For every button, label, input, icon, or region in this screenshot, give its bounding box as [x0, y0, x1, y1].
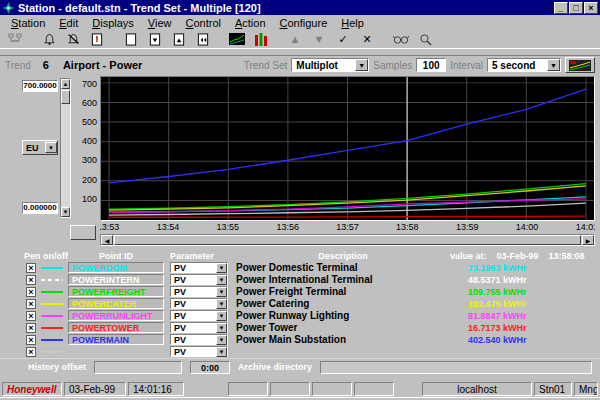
history-offset-value[interactable]: 0:00 — [190, 361, 230, 374]
chevron-down-icon: ▼ — [45, 142, 57, 153]
status-cell-empty — [228, 382, 268, 396]
alarm-bell-icon[interactable] — [38, 31, 60, 48]
menu-station[interactable]: Station — [4, 17, 52, 29]
status-cell-empty — [354, 382, 394, 396]
parameter-select[interactable]: PV▼ — [170, 322, 228, 333]
pen-checkbox[interactable]: × — [26, 347, 36, 357]
vertical-scroll-thumb[interactable] — [61, 90, 70, 104]
menu-view[interactable]: View — [141, 17, 179, 29]
trend-scope-button[interactable] — [565, 57, 595, 73]
legend-header: Pen on/off Point ID Parameter Descriptio… — [0, 249, 600, 262]
chevron-down-icon[interactable]: ▼ — [216, 347, 227, 357]
archive-directory-label: Archive directory — [238, 362, 312, 372]
close-button[interactable]: × — [584, 2, 598, 14]
horizontal-scroll-thumb[interactable] — [114, 235, 581, 245]
status-date: 03-Feb-99 — [64, 382, 126, 396]
chevron-down-icon[interactable]: ▼ — [355, 59, 368, 71]
x-tick-label: 13:58 — [396, 222, 419, 232]
history-offset-input[interactable] — [94, 361, 182, 374]
scroll-left-icon[interactable]: ◀ — [101, 235, 113, 245]
page-rewind-icon[interactable] — [192, 31, 214, 48]
chevron-down-icon[interactable]: ▼ — [216, 263, 227, 273]
accept-icon[interactable]: ✓ — [332, 31, 354, 48]
point-id-field[interactable]: POWERCATER — [68, 298, 164, 309]
page-up-icon[interactable] — [168, 31, 190, 48]
history-offset-label: History offset — [28, 362, 86, 372]
minimize-button[interactable]: _ — [554, 2, 568, 14]
legend-row: ×POWERFREIGHTPV▼Power Freight Terminal10… — [0, 286, 600, 297]
point-id-field[interactable]: POWERINTERN — [68, 274, 164, 285]
chevron-down-icon[interactable]: ▼ — [216, 335, 227, 345]
pen-line-sample — [41, 291, 63, 293]
alarm-disable-icon[interactable] — [62, 31, 84, 48]
status-host: localhost — [422, 382, 532, 396]
chevron-down-icon[interactable]: ▼ — [216, 299, 227, 309]
parameter-select[interactable]: PV▼ — [170, 262, 228, 273]
unit-select[interactable]: EU ▼ — [22, 140, 58, 155]
axis-max-input[interactable]: 700.0000 — [22, 80, 58, 92]
legend-row: ×POWERMAINPV▼Power Main Substation402.54… — [0, 334, 600, 345]
parameter-select[interactable]: PV▼ — [170, 310, 228, 321]
parameter-select[interactable]: PV▼ — [170, 298, 228, 309]
find-glasses-icon[interactable] — [390, 31, 412, 48]
archive-directory-input[interactable] — [320, 361, 592, 374]
trend-plot[interactable] — [100, 76, 595, 221]
horizontal-scrollbar[interactable]: ◀ ▶ — [100, 234, 595, 246]
cursor-date: 03-Feb-99 — [497, 251, 539, 261]
point-id-field[interactable]: POWERTOWER — [68, 322, 164, 333]
corner-button[interactable] — [70, 225, 96, 240]
vertical-scrollbar[interactable]: ▲ ▼ — [60, 78, 71, 218]
pen-value: 48.5371 kWHr — [450, 275, 600, 285]
overview-icon[interactable] — [4, 31, 26, 48]
parameter-select[interactable]: PV▼ — [170, 346, 228, 357]
menu-configure[interactable]: Configure — [273, 17, 335, 29]
scroll-right-icon[interactable]: ▶ — [582, 235, 594, 245]
menu-displays[interactable]: Displays — [85, 17, 141, 29]
point-id-field[interactable]: POWERFREIGHT — [68, 286, 164, 297]
x-tick-label: 13:59 — [456, 222, 479, 232]
point-id-field[interactable]: POWERRUNLIGHT — [68, 310, 164, 321]
chevron-down-icon[interactable]: ▼ — [216, 311, 227, 321]
page-down-icon[interactable] — [144, 31, 166, 48]
pen-checkbox[interactable]: × — [26, 263, 36, 273]
scroll-up-icon[interactable]: ▲ — [61, 79, 70, 89]
raise-icon[interactable]: ▲ — [284, 31, 306, 48]
point-id-field[interactable]: POWERDOM — [68, 262, 164, 273]
parameter-select[interactable]: PV▼ — [170, 286, 228, 297]
pen-legend: Pen on/off Point ID Parameter Descriptio… — [0, 246, 600, 358]
pen-checkbox[interactable]: × — [26, 299, 36, 309]
point-id-field[interactable]: POWERMAIN — [68, 334, 164, 345]
menu-action[interactable]: Action — [228, 17, 273, 29]
axis-min-input[interactable]: 0.000000 — [22, 202, 58, 214]
trend-display-icon[interactable] — [226, 31, 248, 48]
menu-control[interactable]: Control — [178, 17, 227, 29]
parameter-select[interactable]: PV▼ — [170, 274, 228, 285]
pen-checkbox[interactable]: × — [26, 311, 36, 321]
window-title: Station - default.stn - Trend Set - Mult… — [18, 2, 553, 14]
scroll-down-icon[interactable]: ▼ — [61, 207, 70, 217]
chevron-down-icon[interactable]: ▼ — [547, 59, 560, 71]
zoom-icon[interactable] — [414, 31, 436, 48]
pen-checkbox[interactable]: × — [26, 335, 36, 345]
pen-checkbox[interactable]: × — [26, 275, 36, 285]
interval-select[interactable]: 5 second ▼ — [487, 58, 561, 72]
pen-line-sample — [41, 267, 63, 269]
restore-button[interactable]: □ — [569, 2, 583, 14]
parameter-select[interactable]: PV▼ — [170, 334, 228, 345]
pen-checkbox[interactable]: × — [26, 287, 36, 297]
cancel-icon[interactable]: ✕ — [356, 31, 378, 48]
chevron-down-icon[interactable]: ▼ — [216, 323, 227, 333]
pen-checkbox[interactable]: × — [26, 323, 36, 333]
trend-set-select[interactable]: Multiplot ▼ — [291, 58, 369, 72]
menu-edit[interactable]: Edit — [52, 17, 85, 29]
chevron-down-icon[interactable]: ▼ — [216, 287, 227, 297]
menu-help[interactable]: Help — [334, 17, 371, 29]
samples-input[interactable]: 100 — [416, 58, 446, 72]
chevron-down-icon[interactable]: ▼ — [216, 275, 227, 285]
toolbar-separator — [0, 48, 600, 56]
blank-page-icon[interactable] — [120, 31, 142, 48]
parameter-header: Parameter — [170, 251, 228, 261]
message-page-icon[interactable]: ! — [86, 31, 108, 48]
lower-icon[interactable]: ▼ — [308, 31, 330, 48]
group-display-icon[interactable] — [250, 31, 272, 48]
